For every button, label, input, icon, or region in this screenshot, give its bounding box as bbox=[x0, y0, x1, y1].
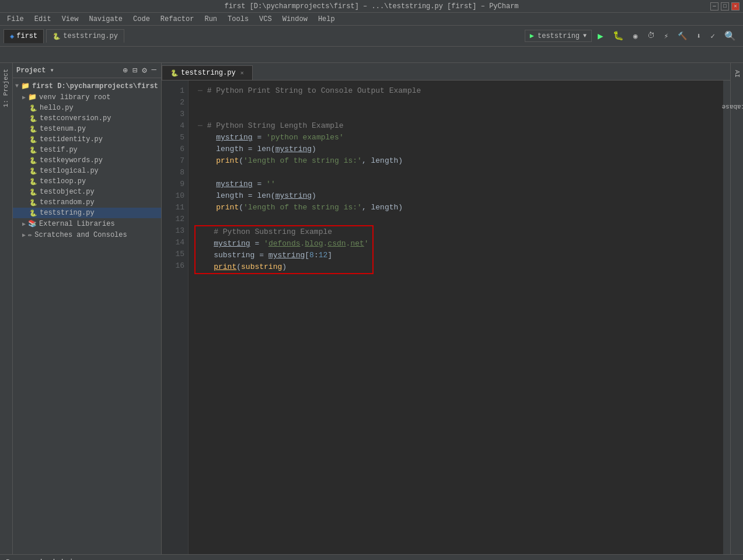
tree-item-testif[interactable]: 🐍 testif.py bbox=[13, 145, 161, 155]
tree-item-testlogical[interactable]: 🐍 testlogical.py bbox=[13, 166, 161, 176]
file-tab-teststring[interactable]: 🐍 teststring.py bbox=[46, 29, 124, 43]
coverage-button[interactable]: ◉ bbox=[630, 30, 641, 43]
code-line-4: ─ # Python String Length Example bbox=[198, 120, 723, 132]
settings-icon[interactable]: ⚙ bbox=[724, 558, 728, 560]
tab-close-icon[interactable]: ✕ bbox=[240, 69, 244, 76]
maximize-button[interactable]: □ bbox=[721, 2, 729, 10]
tree-item-scratches[interactable]: ▶ ✏ Scratches and Consoles bbox=[13, 229, 161, 240]
chevron-icon: ▼ bbox=[15, 83, 19, 89]
tree-item-testenum[interactable]: 🐍 testenum.py bbox=[13, 124, 161, 134]
build-button[interactable]: 🔨 bbox=[674, 30, 690, 43]
code-content[interactable]: ─ # Python Print String to Console Outpu… bbox=[189, 80, 723, 554]
editor-tab-teststring[interactable]: 🐍 teststring.py ✕ bbox=[162, 65, 253, 80]
menu-run[interactable]: Run bbox=[200, 14, 222, 24]
bottom-tabs: Run: ▶ teststring ✕ ⚙ ─ bbox=[0, 555, 743, 560]
tree-testidentity-label: testidentity.py bbox=[40, 135, 103, 144]
code-line-6: length = len(mystring) bbox=[198, 144, 723, 155]
tree-root-first[interactable]: ▼ 📁 first D:\pycharmprojects\first bbox=[13, 80, 161, 92]
run-button[interactable]: ▶ bbox=[594, 29, 607, 44]
tree-testconversion-label: testconversion.py bbox=[40, 114, 111, 123]
code-line-12 bbox=[198, 214, 723, 225]
code-line-7: print('length of the string is:', length… bbox=[198, 155, 723, 167]
code-line-13: # Python Substring Example bbox=[196, 226, 369, 238]
menu-help[interactable]: Help bbox=[313, 14, 340, 24]
menu-navigate[interactable]: Navigate bbox=[84, 14, 127, 24]
tree-item-testrandom[interactable]: 🐍 testrandom.py bbox=[13, 197, 161, 208]
window-controls: ─ □ ✕ bbox=[710, 2, 739, 10]
editor-scrollbar[interactable] bbox=[723, 80, 730, 554]
project-panel-tab[interactable]: 1: Project bbox=[0, 63, 12, 113]
concurrency-button[interactable]: ⚡ bbox=[661, 30, 672, 43]
file-tab-label: teststring.py bbox=[63, 32, 118, 40]
run-label: Run: bbox=[2, 556, 26, 561]
menu-edit[interactable]: Edit bbox=[30, 14, 56, 24]
left-vertical-tabs: 1: Project bbox=[0, 63, 13, 554]
py-file-icon: 🐍 bbox=[29, 157, 37, 164]
tree-item-testconversion[interactable]: 🐍 testconversion.py bbox=[13, 113, 161, 124]
menu-tools[interactable]: Tools bbox=[223, 14, 253, 24]
menu-vcs[interactable]: VCS bbox=[254, 14, 277, 24]
tree-item-teststring[interactable]: 🐍 teststring.py bbox=[13, 208, 161, 218]
tree-item-venv[interactable]: ▶ 📁 venv library root bbox=[13, 92, 161, 103]
code-line-3 bbox=[198, 108, 723, 120]
tree-item-external-libs[interactable]: ▶ 📚 External Libraries bbox=[13, 218, 161, 229]
code-line-16: print(substring) bbox=[196, 261, 369, 273]
code-line-11: print('length of the string is:', length… bbox=[198, 202, 723, 214]
py-file-icon: 🐍 bbox=[29, 104, 37, 112]
sidebar-tree: ▼ 📁 first D:\pycharmprojects\first ▶ 📁 v… bbox=[13, 78, 161, 554]
scratches-icon: ✏ bbox=[28, 230, 32, 239]
tree-item-testobject[interactable]: 🐍 testobject.py bbox=[13, 187, 161, 197]
search-everywhere-button[interactable]: 🔍 bbox=[721, 29, 739, 44]
tab-bar bbox=[0, 47, 743, 63]
editor-tab-label: teststring.py bbox=[181, 69, 236, 77]
menu-view[interactable]: View bbox=[57, 14, 83, 24]
minimize-button[interactable]: ─ bbox=[710, 2, 718, 10]
tree-item-hello[interactable]: 🐍 hello.py bbox=[13, 103, 161, 113]
menu-code[interactable]: Code bbox=[128, 14, 155, 24]
menu-file[interactable]: File bbox=[2, 14, 29, 24]
py-file-icon: 🐍 bbox=[29, 199, 37, 206]
run-config-selector[interactable]: ▶ teststring ▼ bbox=[525, 30, 592, 42]
tree-testobject-label: testobject.py bbox=[40, 188, 95, 196]
code-line-2 bbox=[198, 97, 723, 108]
debug-button[interactable]: 🐛 bbox=[609, 29, 627, 43]
tree-testrandom-label: testrandom.py bbox=[40, 198, 95, 206]
ai-assistant-tab[interactable]: AI bbox=[732, 63, 742, 85]
window-title: first [D:\pycharmprojects\first] – ...\t… bbox=[224, 2, 518, 10]
tree-item-testloop[interactable]: 🐍 testloop.py bbox=[13, 176, 161, 187]
profile-button[interactable]: ⏱ bbox=[644, 30, 658, 42]
tree-testenum-label: testenum.py bbox=[40, 125, 86, 133]
tree-teststring-label: teststring.py bbox=[40, 209, 95, 217]
minimize-panel-icon[interactable]: ─ bbox=[732, 558, 737, 560]
close-button[interactable]: ✕ bbox=[731, 2, 739, 10]
menu-bar: File Edit View Navigate Code Refactor Ru… bbox=[0, 13, 743, 26]
hide-panel-icon[interactable]: ─ bbox=[151, 65, 158, 75]
code-line-9: mystring = '' bbox=[198, 178, 723, 190]
tree-testkeywords-label: testkeywords.py bbox=[40, 156, 103, 164]
locate-icon[interactable]: ⊕ bbox=[121, 65, 128, 75]
vcs-update-button[interactable]: ⬇ bbox=[693, 30, 704, 43]
database-tab[interactable]: Database bbox=[714, 102, 743, 113]
code-editor[interactable]: 1234 5678 9101112 13141516 ─ # Python Pr… bbox=[162, 80, 730, 554]
project-tab-first[interactable]: ◈ first bbox=[4, 29, 44, 43]
tree-item-testkeywords[interactable]: 🐍 testkeywords.py bbox=[13, 155, 161, 166]
folder-icon: 📁 bbox=[21, 82, 30, 90]
settings-icon[interactable]: ⚙ bbox=[141, 65, 148, 75]
menu-window[interactable]: Window bbox=[278, 14, 312, 24]
tree-scratches-label: Scratches and Consoles bbox=[34, 231, 127, 239]
bottom-tab-teststring[interactable]: ▶ teststring ✕ bbox=[27, 555, 93, 560]
menu-refactor[interactable]: Refactor bbox=[156, 14, 199, 24]
first-tab-label: first bbox=[16, 32, 37, 40]
editor-area: 🐍 teststring.py ✕ 1234 5678 9101112 1314… bbox=[162, 63, 730, 554]
sidebar-header-icons: ⊕ ⊟ ⚙ ─ bbox=[121, 65, 158, 75]
vcs-commit-button[interactable]: ✓ bbox=[707, 30, 718, 43]
collapse-icon[interactable]: ⊟ bbox=[131, 65, 138, 75]
bottom-panel: Run: ▶ teststring ✕ ⚙ ─ ▶ ⏹ ⏸ ⏬ 📌 ✕ ≡ ⬆ … bbox=[0, 554, 743, 560]
tree-external-label: External Libraries bbox=[39, 220, 115, 228]
py-file-icon: 🐍 bbox=[29, 136, 37, 144]
toolbar: ◈ first 🐍 teststring.py ▶ teststring ▼ ▶… bbox=[0, 26, 743, 47]
title-bar: first [D:\pycharmprojects\first] – ...\t… bbox=[0, 0, 743, 13]
tree-item-testidentity[interactable]: 🐍 testidentity.py bbox=[13, 134, 161, 145]
editor-tabs: 🐍 teststring.py ✕ bbox=[162, 63, 730, 80]
tree-venv-label: venv library root bbox=[39, 93, 110, 102]
